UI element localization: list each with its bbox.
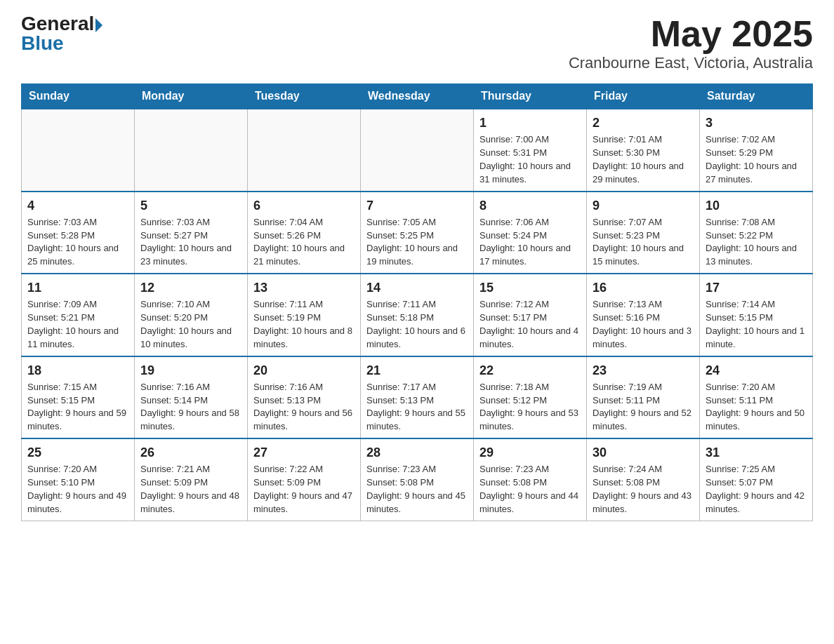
calendar-cell: 16Sunrise: 7:13 AM Sunset: 5:16 PM Dayli… — [587, 274, 700, 356]
weekday-header-friday: Friday — [587, 84, 700, 109]
day-number: 3 — [706, 114, 807, 132]
day-info: Sunrise: 7:12 AM Sunset: 5:17 PM Dayligh… — [479, 298, 581, 351]
calendar-table: SundayMondayTuesdayWednesdayThursdayFrid… — [21, 83, 813, 521]
calendar-cell — [248, 109, 361, 191]
day-number: 5 — [140, 196, 241, 215]
day-number: 24 — [706, 361, 807, 380]
calendar-cell: 3Sunrise: 7:02 AM Sunset: 5:29 PM Daylig… — [700, 109, 813, 191]
day-info: Sunrise: 7:11 AM Sunset: 5:19 PM Dayligh… — [253, 298, 355, 351]
logo: General Blue — [21, 14, 102, 53]
weekday-header-sunday: Sunday — [22, 84, 135, 109]
title-block: May 2025 Cranbourne East, Victoria, Aust… — [569, 14, 813, 72]
day-info: Sunrise: 7:03 AM Sunset: 5:27 PM Dayligh… — [140, 216, 241, 269]
calendar-cell: 6Sunrise: 7:04 AM Sunset: 5:26 PM Daylig… — [248, 192, 361, 274]
calendar-cell: 2Sunrise: 7:01 AM Sunset: 5:30 PM Daylig… — [587, 109, 700, 191]
day-number: 14 — [366, 279, 468, 297]
weekday-header-tuesday: Tuesday — [248, 84, 361, 109]
day-info: Sunrise: 7:24 AM Sunset: 5:08 PM Dayligh… — [593, 463, 694, 516]
logo-blue-text: Blue — [21, 34, 102, 53]
day-info: Sunrise: 7:04 AM Sunset: 5:26 PM Dayligh… — [253, 216, 355, 269]
day-info: Sunrise: 7:16 AM Sunset: 5:13 PM Dayligh… — [253, 381, 355, 434]
weekday-header-saturday: Saturday — [700, 84, 813, 109]
calendar-cell: 14Sunrise: 7:11 AM Sunset: 5:18 PM Dayli… — [361, 274, 474, 356]
day-number: 18 — [27, 361, 128, 380]
day-info: Sunrise: 7:18 AM Sunset: 5:12 PM Dayligh… — [479, 381, 581, 434]
week-row-5: 25Sunrise: 7:20 AM Sunset: 5:10 PM Dayli… — [22, 438, 813, 521]
calendar-cell: 12Sunrise: 7:10 AM Sunset: 5:20 PM Dayli… — [135, 274, 248, 356]
day-number: 12 — [140, 279, 241, 297]
calendar-cell: 20Sunrise: 7:16 AM Sunset: 5:13 PM Dayli… — [248, 356, 361, 438]
calendar-cell: 15Sunrise: 7:12 AM Sunset: 5:17 PM Dayli… — [474, 274, 587, 356]
calendar-cell: 11Sunrise: 7:09 AM Sunset: 5:21 PM Dayli… — [22, 274, 135, 356]
logo-arrow-icon — [95, 18, 102, 32]
calendar-cell: 19Sunrise: 7:16 AM Sunset: 5:14 PM Dayli… — [135, 356, 248, 438]
calendar-cell: 24Sunrise: 7:20 AM Sunset: 5:11 PM Dayli… — [700, 356, 813, 438]
day-number: 11 — [27, 279, 128, 297]
day-number: 2 — [593, 114, 694, 132]
day-info: Sunrise: 7:07 AM Sunset: 5:23 PM Dayligh… — [593, 216, 694, 269]
logo-general-text: General — [21, 14, 94, 34]
day-number: 27 — [253, 443, 355, 462]
day-number: 28 — [366, 443, 468, 462]
week-row-4: 18Sunrise: 7:15 AM Sunset: 5:15 PM Dayli… — [22, 356, 813, 438]
calendar-cell — [135, 109, 248, 191]
calendar-cell: 18Sunrise: 7:15 AM Sunset: 5:15 PM Dayli… — [22, 356, 135, 438]
day-number: 6 — [253, 196, 355, 215]
weekday-header-thursday: Thursday — [474, 84, 587, 109]
location-title: Cranbourne East, Victoria, Australia — [569, 54, 813, 72]
day-info: Sunrise: 7:02 AM Sunset: 5:29 PM Dayligh… — [706, 133, 807, 186]
calendar-cell: 28Sunrise: 7:23 AM Sunset: 5:08 PM Dayli… — [361, 438, 474, 521]
day-number: 15 — [479, 279, 581, 297]
month-title: May 2025 — [569, 14, 813, 54]
calendar-cell: 22Sunrise: 7:18 AM Sunset: 5:12 PM Dayli… — [474, 356, 587, 438]
day-number: 22 — [479, 361, 581, 380]
day-info: Sunrise: 7:13 AM Sunset: 5:16 PM Dayligh… — [593, 298, 694, 351]
day-info: Sunrise: 7:10 AM Sunset: 5:20 PM Dayligh… — [140, 298, 241, 351]
week-row-2: 4Sunrise: 7:03 AM Sunset: 5:28 PM Daylig… — [22, 192, 813, 274]
calendar-cell: 29Sunrise: 7:23 AM Sunset: 5:08 PM Dayli… — [474, 438, 587, 521]
day-info: Sunrise: 7:08 AM Sunset: 5:22 PM Dayligh… — [706, 216, 807, 269]
calendar-cell: 13Sunrise: 7:11 AM Sunset: 5:19 PM Dayli… — [248, 274, 361, 356]
calendar-cell: 31Sunrise: 7:25 AM Sunset: 5:07 PM Dayli… — [700, 438, 813, 521]
day-number: 10 — [706, 196, 807, 215]
weekday-header-wednesday: Wednesday — [361, 84, 474, 109]
day-number: 4 — [27, 196, 128, 215]
day-info: Sunrise: 7:17 AM Sunset: 5:13 PM Dayligh… — [366, 381, 468, 434]
calendar-cell: 27Sunrise: 7:22 AM Sunset: 5:09 PM Dayli… — [248, 438, 361, 521]
calendar-cell: 9Sunrise: 7:07 AM Sunset: 5:23 PM Daylig… — [587, 192, 700, 274]
day-info: Sunrise: 7:11 AM Sunset: 5:18 PM Dayligh… — [366, 298, 468, 351]
calendar-cell: 30Sunrise: 7:24 AM Sunset: 5:08 PM Dayli… — [587, 438, 700, 521]
day-number: 1 — [479, 114, 581, 132]
day-number: 31 — [706, 443, 807, 462]
day-number: 25 — [27, 443, 128, 462]
calendar-cell — [22, 109, 135, 191]
calendar-cell: 7Sunrise: 7:05 AM Sunset: 5:25 PM Daylig… — [361, 192, 474, 274]
weekday-header-monday: Monday — [135, 84, 248, 109]
day-info: Sunrise: 7:05 AM Sunset: 5:25 PM Dayligh… — [366, 216, 468, 269]
week-row-3: 11Sunrise: 7:09 AM Sunset: 5:21 PM Dayli… — [22, 274, 813, 356]
day-info: Sunrise: 7:00 AM Sunset: 5:31 PM Dayligh… — [479, 133, 581, 186]
day-info: Sunrise: 7:14 AM Sunset: 5:15 PM Dayligh… — [706, 298, 807, 351]
calendar-cell: 4Sunrise: 7:03 AM Sunset: 5:28 PM Daylig… — [22, 192, 135, 274]
day-number: 29 — [479, 443, 581, 462]
day-number: 17 — [706, 279, 807, 297]
weekday-header-row: SundayMondayTuesdayWednesdayThursdayFrid… — [22, 84, 813, 109]
calendar-cell: 5Sunrise: 7:03 AM Sunset: 5:27 PM Daylig… — [135, 192, 248, 274]
day-number: 21 — [366, 361, 468, 380]
day-number: 23 — [593, 361, 694, 380]
day-number: 9 — [593, 196, 694, 215]
day-info: Sunrise: 7:21 AM Sunset: 5:09 PM Dayligh… — [140, 463, 241, 516]
day-info: Sunrise: 7:20 AM Sunset: 5:10 PM Dayligh… — [27, 463, 128, 516]
calendar-cell: 23Sunrise: 7:19 AM Sunset: 5:11 PM Dayli… — [587, 356, 700, 438]
calendar-cell: 21Sunrise: 7:17 AM Sunset: 5:13 PM Dayli… — [361, 356, 474, 438]
calendar-cell: 25Sunrise: 7:20 AM Sunset: 5:10 PM Dayli… — [22, 438, 135, 521]
day-number: 7 — [366, 196, 468, 215]
day-number: 30 — [593, 443, 694, 462]
day-info: Sunrise: 7:01 AM Sunset: 5:30 PM Dayligh… — [593, 133, 694, 186]
calendar-cell: 8Sunrise: 7:06 AM Sunset: 5:24 PM Daylig… — [474, 192, 587, 274]
calendar-cell: 1Sunrise: 7:00 AM Sunset: 5:31 PM Daylig… — [474, 109, 587, 191]
week-row-1: 1Sunrise: 7:00 AM Sunset: 5:31 PM Daylig… — [22, 109, 813, 191]
calendar-cell: 26Sunrise: 7:21 AM Sunset: 5:09 PM Dayli… — [135, 438, 248, 521]
day-info: Sunrise: 7:22 AM Sunset: 5:09 PM Dayligh… — [253, 463, 355, 516]
calendar-cell: 10Sunrise: 7:08 AM Sunset: 5:22 PM Dayli… — [700, 192, 813, 274]
